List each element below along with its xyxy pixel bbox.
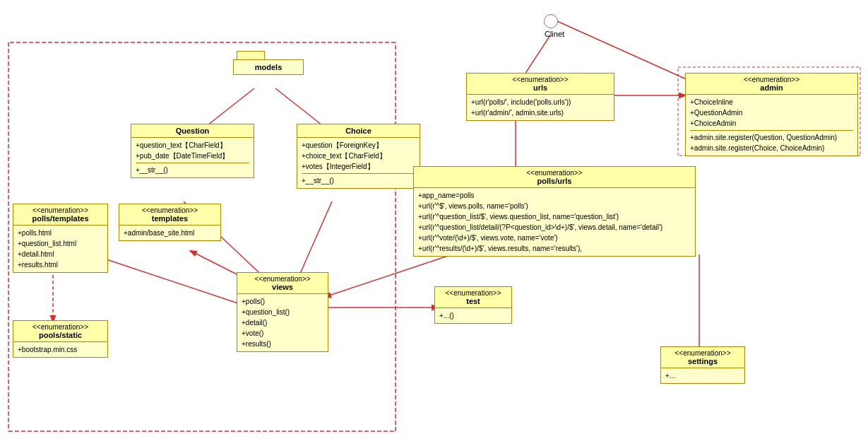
choice-method-1: +__str__() xyxy=(302,175,415,186)
views-attr-5: +results() xyxy=(242,339,323,349)
admin-body: +ChoiceInline +QuestionAdmin +ChoiceAdmi… xyxy=(686,95,857,156)
polls-urls-box: <<enumeration>> polls/urls +app_name=pol… xyxy=(413,166,696,257)
settings-header: <<enumeration>> settings xyxy=(661,347,744,368)
settings-body: +... xyxy=(661,368,744,383)
views-header: <<enumeration>> views xyxy=(237,273,328,294)
choice-attr-1: +question【ForeignKey】 xyxy=(302,140,415,151)
choice-title: Choice xyxy=(345,127,371,135)
folder-tab xyxy=(237,51,265,59)
views-attr-3: +detail() xyxy=(242,317,323,328)
question-title: Question xyxy=(176,127,210,135)
models-folder: models xyxy=(233,51,304,75)
choice-header: Choice xyxy=(297,124,420,138)
views-box: <<enumeration>> views +polls() +question… xyxy=(237,272,328,352)
clinet-label: Clinet xyxy=(533,30,576,38)
templates-body: +admin/base_site.html xyxy=(119,226,220,240)
polls-urls-stereotype: <<enumeration>> xyxy=(418,169,691,177)
settings-box: <<enumeration>> settings +... xyxy=(660,346,745,384)
test-attr-1: +...() xyxy=(439,310,507,321)
urls-body: +url(r'polls/', include('polls.urls')) +… xyxy=(467,95,614,120)
views-body: +polls() +question_list() +detail() +vot… xyxy=(237,294,328,351)
polls-templates-attr-1: +polls.html xyxy=(18,228,103,238)
settings-stereotype: <<enumeration>> xyxy=(665,349,740,357)
urls-stereotype: <<enumeration>> xyxy=(471,76,610,83)
polls-templates-body: +polls.html +question_list.html +detail.… xyxy=(13,226,107,272)
polls-templates-attr-4: +results.html xyxy=(18,259,103,270)
choice-divider xyxy=(302,173,415,174)
admin-divider xyxy=(690,130,853,131)
polls-templates-attr-2: +question_list.html xyxy=(18,238,103,249)
choice-attr-3: +votes【IntegerField】 xyxy=(302,161,415,172)
admin-attr-3: +ChoiceAdmin xyxy=(690,118,853,129)
question-attr-2: +pub_date【DateTimeField】 xyxy=(136,151,249,161)
polls-urls-attr-4: +url(r'^question_list/detail/(?P<questio… xyxy=(418,222,691,233)
choice-body: +question【ForeignKey】 +choice_text【CharF… xyxy=(297,138,420,188)
polls-urls-header: <<enumeration>> polls/urls xyxy=(414,167,695,188)
views-attr-1: +polls() xyxy=(242,296,323,307)
test-header: <<enumeration>> test xyxy=(435,287,511,308)
question-divider xyxy=(136,163,249,163)
polls-templates-attr-3: +detail.html xyxy=(18,249,103,259)
question-attr-1: +question_text【CharField】 xyxy=(136,140,249,151)
urls-attr-2: +url(r'admin/', admin.site.urls) xyxy=(471,107,610,118)
svg-line-10 xyxy=(92,254,240,304)
views-title: views xyxy=(272,283,293,291)
urls-box: <<enumeration>> urls +url(r'polls/', inc… xyxy=(466,73,614,121)
admin-attr-2: +QuestionAdmin xyxy=(690,107,853,118)
templates-attr-1: +admin/base_site.html xyxy=(124,228,216,238)
templates-box: <<enumeration>> templates +admin/base_si… xyxy=(119,204,221,241)
svg-line-7 xyxy=(297,201,332,281)
question-method-1: +__str__() xyxy=(136,165,249,175)
admin-attr-5: +admin.site.register(Question, QuestionA… xyxy=(690,132,853,143)
uml-diagram: Clinet models Question +question_text【Ch… xyxy=(0,0,868,439)
admin-attr-1: +ChoiceInline xyxy=(690,97,853,107)
polls-templates-stereotype: <<enumeration>> xyxy=(18,206,103,214)
pools-static-attr-1: +bootstrap.min.css xyxy=(18,344,103,355)
views-attr-2: +question_list() xyxy=(242,307,323,317)
pools-static-header: <<enumeration>> pools/static xyxy=(13,321,107,342)
question-header: Question xyxy=(131,124,254,138)
question-body: +question_text【CharField】 +pub_date【Date… xyxy=(131,138,254,177)
folder-body: models xyxy=(233,59,304,75)
pools-static-body: +bootstrap.min.css xyxy=(13,342,107,357)
test-box: <<enumeration>> test +...() xyxy=(434,286,512,324)
polls-templates-box: <<enumeration>> polls/templates +polls.h… xyxy=(13,204,108,273)
test-body: +...() xyxy=(435,308,511,323)
urls-attr-1: +url(r'polls/', include('polls.urls')) xyxy=(471,97,610,107)
choice-attr-2: +choice_text【CharField】 xyxy=(302,151,415,161)
templates-title: templates xyxy=(152,214,188,223)
clinet-node xyxy=(544,14,558,28)
urls-header: <<enumeration>> urls xyxy=(467,74,614,95)
templates-header: <<enumeration>> templates xyxy=(119,204,220,226)
pools-static-stereotype: <<enumeration>> xyxy=(18,323,103,331)
templates-stereotype: <<enumeration>> xyxy=(124,206,216,214)
polls-urls-attr-6: +url(r'^results/(\d+)/$', views.results,… xyxy=(418,243,691,254)
admin-header: <<enumeration>> admin xyxy=(686,74,857,95)
views-stereotype: <<enumeration>> xyxy=(242,275,323,283)
svg-line-8 xyxy=(325,254,452,297)
polls-templates-header: <<enumeration>> polls/templates xyxy=(13,204,107,226)
views-attr-4: +vote() xyxy=(242,328,323,339)
question-box: Question +question_text【CharField】 +pub_… xyxy=(131,124,254,178)
settings-attr-1: +... xyxy=(665,370,740,381)
settings-title: settings xyxy=(688,357,718,365)
polls-urls-attr-5: +url(r'^vote/(\d+)/$', views.vote, name=… xyxy=(418,233,691,243)
test-title: test xyxy=(466,297,480,305)
polls-templates-title: polls/templates xyxy=(32,214,88,223)
urls-title: urls xyxy=(533,83,547,92)
polls-urls-attr-3: +url(r'^question_list/$', views.question… xyxy=(418,211,691,222)
admin-attr-6: +admin.site.register(Choice, ChoiceAdmin… xyxy=(690,143,853,153)
test-stereotype: <<enumeration>> xyxy=(439,289,507,297)
polls-urls-title: polls/urls xyxy=(537,177,572,185)
polls-urls-body: +app_name=polls +url(r'^$', views.polls,… xyxy=(414,188,695,256)
choice-box: Choice +question【ForeignKey】 +choice_tex… xyxy=(297,124,420,189)
polls-urls-attr-2: +url(r'^$', views.polls, name='polls') xyxy=(418,201,691,211)
admin-box: <<enumeration>> admin +ChoiceInline +Que… xyxy=(685,73,858,156)
admin-title: admin xyxy=(760,83,783,92)
pools-static-box: <<enumeration>> pools/static +bootstrap.… xyxy=(13,320,108,358)
pools-static-title: pools/static xyxy=(39,331,82,339)
polls-urls-attr-1: +app_name=polls xyxy=(418,190,691,201)
admin-stereotype: <<enumeration>> xyxy=(690,76,853,83)
